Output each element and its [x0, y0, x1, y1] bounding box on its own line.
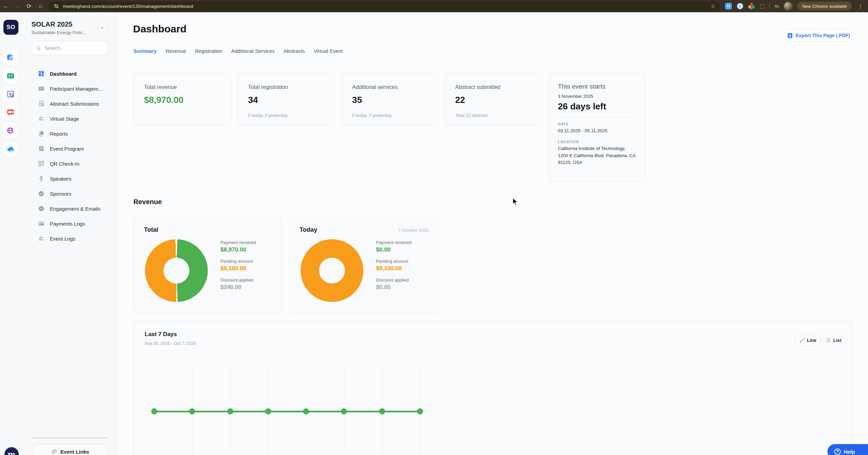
- pages-icon: [38, 130, 45, 137]
- sidebar-item-event-program[interactable]: Event Program: [20, 141, 115, 156]
- chart-data-point[interactable]: [303, 408, 309, 414]
- help-button[interactable]: ? Help: [827, 444, 868, 455]
- extension-fi-icon[interactable]: FI: [725, 3, 732, 10]
- event-links-button[interactable]: Event Links: [33, 444, 107, 455]
- sidebar-item-qr-check-in[interactable]: QR Check-In: [20, 156, 115, 171]
- sidebar-search[interactable]: [32, 41, 108, 55]
- sidebar-item-sponsors[interactable]: Sponsors: [20, 186, 115, 201]
- people-icon: [38, 115, 45, 122]
- dashboard-grid-icon: [38, 70, 45, 77]
- revenue-row-value: $0.00: [376, 246, 411, 253]
- tab-virtual-event[interactable]: Virtual Event: [314, 48, 343, 54]
- export-pdf-button[interactable]: Export This Page (.PDF): [785, 29, 852, 42]
- sidebar-item-abstract-submissions[interactable]: A Abstract Submissions: [20, 96, 115, 111]
- sidebar-item-dashboard[interactable]: Dashboard: [20, 66, 115, 81]
- stat-value: $8,970.00: [144, 95, 221, 105]
- document-lines-icon: [38, 145, 45, 152]
- chart-data-point[interactable]: [265, 408, 271, 414]
- browser-toolbar: ← → ⟳ ⌂ meetinghand.com/account/event/13…: [0, 0, 868, 12]
- event-location: California Institute of Technology, 1200…: [558, 145, 636, 166]
- stat-sub: 0 today, 0 yesterday: [352, 113, 428, 118]
- tab-registration[interactable]: Registration: [195, 48, 222, 54]
- video-chat-icon: [6, 108, 15, 117]
- tab-abstracts[interactable]: Abstracts: [284, 48, 305, 54]
- sidebar: SO SOLAR 2025 Sustainable Energy Polic..…: [0, 12, 117, 455]
- sidebar-item-virtual-stage[interactable]: Virtual Stage: [20, 111, 115, 126]
- chrome-update-button[interactable]: New Chrome available: [797, 2, 852, 11]
- tab-summary[interactable]: Summary: [133, 48, 157, 54]
- chart-data-point[interactable]: [189, 408, 195, 414]
- abstracts-shortcut[interactable]: A: [2, 86, 19, 102]
- extensions-puzzle-icon[interactable]: ⬚: [760, 3, 765, 9]
- tab-additional-services[interactable]: Additional Services: [231, 48, 275, 54]
- revenue-row-label: Discount applied: [220, 277, 256, 283]
- credit-card-icon: [38, 220, 45, 227]
- bookmark-star-icon[interactable]: ☆: [711, 3, 715, 10]
- sidebar-item-label: Abstract Submissions: [50, 101, 99, 107]
- qr-code-icon: [38, 160, 45, 167]
- url-text: meetinghand.com/account/event/135/manage…: [63, 4, 708, 9]
- revenue-row-value: $8,970.00: [220, 246, 256, 253]
- paperclip-icon: [52, 449, 57, 455]
- sidebar-collapse-button[interactable]: ‹: [97, 22, 107, 32]
- chart-data-point[interactable]: [151, 408, 157, 414]
- sidebar-item-label: Dashboard: [50, 71, 76, 77]
- event-start-card: This event starts 3 November 2025 26 day…: [548, 72, 646, 182]
- chart-data-point[interactable]: [417, 408, 423, 414]
- people-icon: [38, 235, 45, 242]
- sidebar-item-label: Sponsors: [50, 191, 71, 197]
- mouse-cursor: [512, 198, 520, 207]
- sidebar-item-reports[interactable]: Reports: [20, 126, 115, 141]
- revenue-row-label: Payment received: [376, 240, 411, 245]
- dashboard-tabs: Summary Revenue Registration Additional …: [133, 48, 343, 54]
- sidebar-item-engagement-emails[interactable]: Engagement & Emails: [20, 201, 115, 216]
- compose-shortcut[interactable]: [2, 49, 19, 65]
- browser-menu-icon[interactable]: ⋮: [858, 3, 862, 10]
- profile-avatar[interactable]: [784, 2, 793, 11]
- line-chart-area: [134, 321, 853, 455]
- media-control-icon[interactable]: ≡♪: [775, 3, 779, 9]
- meetinghand-logo[interactable]: m: [4, 447, 19, 455]
- revenue-row-label: Pending amount: [220, 259, 256, 264]
- page-title: Dashboard: [133, 23, 187, 35]
- sidebar-item-label: Virtual Stage: [50, 116, 79, 122]
- sidebar-item-label: Event Logs: [50, 236, 75, 242]
- sidebar-item-label: QR Check-In: [50, 161, 79, 167]
- reload-icon[interactable]: ⟳: [23, 3, 35, 10]
- participants-shortcut[interactable]: [2, 67, 19, 84]
- event-links-label: Event Links: [60, 449, 89, 455]
- web-page-shortcut[interactable]: [2, 123, 19, 139]
- forward-icon[interactable]: →: [12, 3, 23, 10]
- event-logo[interactable]: SO: [3, 20, 18, 35]
- address-bar[interactable]: meetinghand.com/account/event/135/manage…: [48, 1, 720, 11]
- home-icon[interactable]: ⌂: [35, 3, 46, 10]
- microphone-icon: [38, 175, 45, 182]
- sidebar-item-speakers[interactable]: Speakers: [20, 171, 115, 186]
- revenue-row-value: $9,100.00: [220, 265, 256, 272]
- edit-icon: [6, 53, 15, 61]
- virtual-stage-shortcut[interactable]: [2, 104, 19, 121]
- tab-revenue[interactable]: Revenue: [165, 48, 186, 54]
- chart-data-point[interactable]: [227, 408, 233, 414]
- revenue-card-title: Today: [300, 226, 317, 233]
- revenue-row-value: $0.00: [376, 284, 411, 291]
- search-input[interactable]: [44, 45, 104, 51]
- google-extension-icon[interactable]: [748, 3, 755, 10]
- id-card-green-icon: [6, 72, 15, 80]
- revenue-card-date: 7 October 2025: [398, 228, 429, 233]
- cloud-shortcut[interactable]: [2, 141, 19, 157]
- password-manager-icon[interactable]: 1: [737, 3, 743, 10]
- revenue-section-title: Revenue: [133, 198, 162, 206]
- sidebar-item-event-logs[interactable]: Event Logs: [20, 231, 115, 246]
- back-icon[interactable]: ←: [0, 3, 12, 10]
- chart-data-point[interactable]: [379, 408, 385, 414]
- sidebar-item-payments-logs[interactable]: Payments Logs: [20, 216, 115, 231]
- question-icon: ?: [834, 449, 841, 455]
- tune-icon[interactable]: [53, 3, 59, 9]
- stat-label: Total revenue: [144, 84, 221, 90]
- chart-data-point[interactable]: [341, 408, 347, 414]
- sidebar-item-participant-management[interactable]: Participant Managem...: [20, 81, 115, 96]
- event-days-left: 26 days left: [558, 101, 636, 112]
- total-revenue-donut-chart: [145, 239, 208, 302]
- revenue-today-card: Today 7 October 2025 Payment received $0…: [289, 216, 438, 314]
